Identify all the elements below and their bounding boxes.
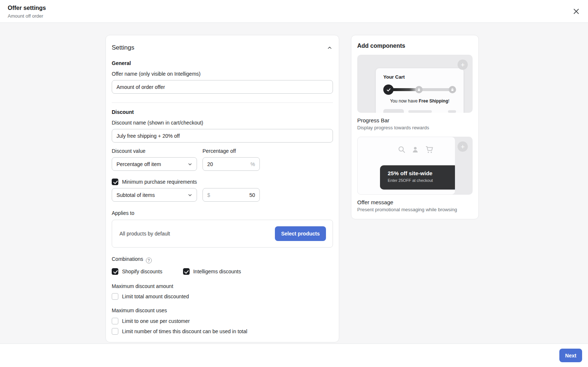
limit-total-amount-checkbox[interactable] <box>112 293 118 300</box>
shopify-discounts-checkbox[interactable] <box>112 268 118 275</box>
cart-icon <box>425 145 434 154</box>
chevron-down-icon <box>188 162 192 166</box>
add-offer-message-button[interactable]: + <box>458 141 468 152</box>
progress-bar-name: Progress Bar <box>357 117 473 123</box>
offer-name-label: Offer name (only visible on Intelligems) <box>112 71 333 77</box>
price-placeholder <box>448 110 456 113</box>
offer-message-tooltip: 25% off site-wide Enter 25OFF at checkou… <box>380 165 455 190</box>
discount-value-selected: Percentage off item <box>116 161 161 167</box>
discount-name-label: Discount name (shown in cart/checkout) <box>112 120 333 126</box>
limit-one-per-customer-label: Limit to one use per customer <box>122 318 190 324</box>
max-discount-uses-heading: Maximum discount uses <box>112 307 333 313</box>
intelligems-discounts-checkbox[interactable] <box>183 268 190 275</box>
check-icon <box>386 87 391 92</box>
progress-lock-milestone <box>449 86 456 93</box>
dialog-header: Offer settings Amount off order <box>0 0 588 23</box>
discount-value-select[interactable]: Percentage off item <box>112 157 197 171</box>
progress-check-milestone <box>383 84 394 95</box>
plus-icon: + <box>460 143 465 150</box>
limit-total-uses-checkbox[interactable] <box>112 328 118 335</box>
search-icon <box>398 145 406 154</box>
help-icon[interactable]: ? <box>146 258 152 263</box>
min-purchase-type-selected: Subtotal of items <box>116 192 155 198</box>
chevron-up-icon <box>327 45 332 50</box>
section-divider <box>112 102 333 103</box>
cart-preview-message: You now have Free Shipping! <box>383 98 456 104</box>
add-components-title: Add components <box>357 43 473 49</box>
add-progress-bar-button[interactable]: + <box>458 60 468 70</box>
applies-to-label: Applies to <box>112 210 333 216</box>
min-purchase-label: Minimum purchase requirements <box>122 179 197 185</box>
offer-message-headline: 25% off site-wide <box>388 170 455 176</box>
min-purchase-type-select[interactable]: Subtotal of items <box>112 188 197 202</box>
offer-name-input[interactable] <box>112 80 333 94</box>
discount-name-input[interactable] <box>112 129 333 143</box>
add-components-panel: Add components + Your Cart <box>351 35 479 219</box>
offer-message-name: Offer message <box>357 199 473 205</box>
applies-to-value: All products by default <box>119 231 170 237</box>
cart-item-placeholder <box>383 109 456 113</box>
offer-message-component-card[interactable]: + 25% off site-wide Enter 25OFF at check… <box>357 137 473 195</box>
page-title: Offer settings <box>8 5 46 11</box>
next-button[interactable]: Next <box>559 349 582 362</box>
limit-one-per-customer-checkbox[interactable] <box>112 318 118 324</box>
max-discount-amount-heading: Maximum discount amount <box>112 283 333 289</box>
progress-bar-description: Display progress towards rewards <box>357 125 473 130</box>
chevron-down-icon <box>188 193 192 197</box>
cart-preview-mockup: Your Cart <box>376 68 464 113</box>
percentage-off-input[interactable] <box>207 161 244 167</box>
lock-icon <box>451 88 454 91</box>
progress-lock-milestone <box>415 86 423 93</box>
close-button[interactable] <box>571 6 581 17</box>
settings-panel-title: Settings <box>112 44 134 51</box>
percentage-off-label: Percentage off <box>202 148 260 154</box>
collapse-settings-button[interactable] <box>326 44 333 51</box>
min-purchase-amount-input[interactable] <box>218 192 255 198</box>
combinations-label: Combinations <box>112 256 143 262</box>
applies-to-box: All products by default Select products <box>112 220 333 248</box>
limit-total-uses-label: Limit number of times this discount can … <box>122 328 247 334</box>
offer-message-description: Present promotional messaging while brow… <box>357 207 473 212</box>
dialog-footer: Next <box>0 343 588 367</box>
page-subtitle: Amount off order <box>8 13 43 19</box>
shopify-discounts-label: Shopify discounts <box>122 269 162 274</box>
progress-bar-mockup <box>383 84 456 95</box>
text-line-placeholder <box>408 110 432 113</box>
lock-icon <box>417 88 421 91</box>
limit-total-amount-label: Limit total amount discounted <box>122 294 189 299</box>
intelligems-discounts-label: Intelligems discounts <box>193 269 241 274</box>
percent-suffix: % <box>251 161 255 167</box>
close-icon <box>573 8 580 15</box>
progress-bar-component-card[interactable]: + Your Cart <box>357 55 473 113</box>
discount-value-label: Discount value <box>112 148 197 154</box>
discount-section-heading: Discount <box>112 109 333 115</box>
percentage-off-field[interactable]: % <box>202 157 260 171</box>
currency-prefix: $ <box>207 192 210 198</box>
account-icon <box>411 145 419 154</box>
product-image-placeholder <box>383 109 404 113</box>
storefront-preview-mockup: 25% off site-wide Enter 25OFF at checkou… <box>357 137 455 195</box>
offer-message-subtext: Enter 25OFF at checkout <box>388 178 455 183</box>
settings-panel: Settings General Offer name (only visibl… <box>105 35 339 342</box>
min-purchase-amount-field[interactable]: $ <box>202 188 260 202</box>
select-products-button[interactable]: Select products <box>275 226 326 241</box>
general-section-heading: General <box>112 60 333 66</box>
min-purchase-checkbox[interactable] <box>112 179 118 185</box>
plus-icon: + <box>460 61 465 68</box>
cart-preview-title: Your Cart <box>383 74 456 80</box>
